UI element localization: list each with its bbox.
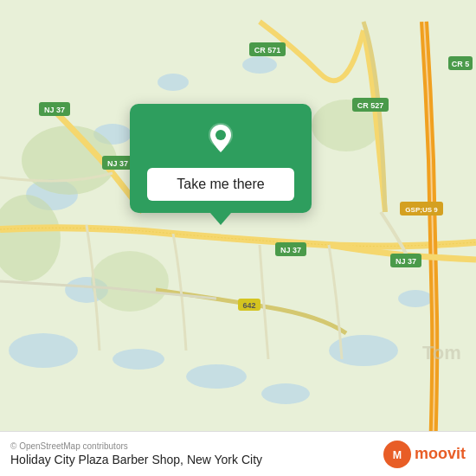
svg-text:CR 571: CR 571 <box>254 46 281 55</box>
svg-text:M: M <box>393 449 402 461</box>
svg-text:CR 5: CR 5 <box>452 60 470 68</box>
svg-text:CR 527: CR 527 <box>357 101 384 110</box>
svg-point-36 <box>215 130 226 140</box>
copyright-text: © OpenStreetMap contributors <box>10 441 262 451</box>
svg-text:NJ 37: NJ 37 <box>107 159 128 168</box>
moovit-label: moovit <box>415 445 466 463</box>
bottom-bar: © OpenStreetMap contributors Holiday Cit… <box>0 431 476 476</box>
svg-text:642: 642 <box>242 301 255 310</box>
take-me-there-button[interactable]: Take me there <box>147 168 294 201</box>
svg-text:NJ 37: NJ 37 <box>44 106 65 114</box>
map-container: NJ 37 NJ 37 CR 571 CR 527 CR 5 NJ 37 NJ … <box>0 0 476 476</box>
svg-point-15 <box>91 251 169 312</box>
location-title: Holiday City Plaza Barber Shop, New York… <box>10 453 262 466</box>
popup-card: Take me there <box>130 104 312 213</box>
map-svg: NJ 37 NJ 37 CR 571 CR 527 CR 5 NJ 37 NJ … <box>0 0 476 476</box>
svg-text:GSP;US 9: GSP;US 9 <box>405 206 438 214</box>
svg-point-6 <box>261 383 310 404</box>
svg-point-3 <box>9 333 78 368</box>
svg-point-11 <box>242 56 277 74</box>
moovit-logo: M moovit <box>383 441 466 468</box>
bottom-bar-text: © OpenStreetMap contributors Holiday Cit… <box>10 441 262 466</box>
svg-text:Tom: Tom <box>422 342 461 363</box>
svg-point-5 <box>186 364 247 389</box>
location-pin-icon <box>202 119 240 158</box>
svg-text:NJ 37: NJ 37 <box>280 246 301 254</box>
svg-point-4 <box>113 349 164 370</box>
svg-text:NJ 37: NJ 37 <box>396 257 416 266</box>
svg-point-10 <box>158 74 189 91</box>
svg-point-8 <box>398 290 433 307</box>
moovit-icon: M <box>383 441 411 468</box>
